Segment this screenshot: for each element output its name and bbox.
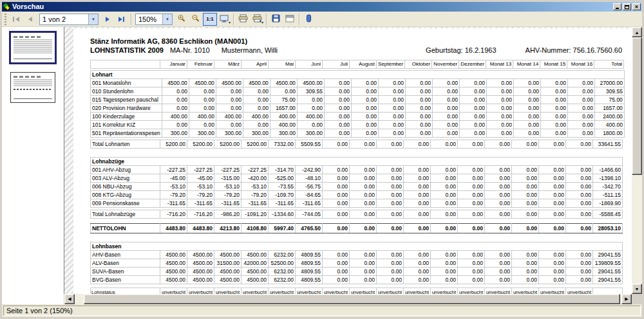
fit-window-button[interactable]: ▾ [217, 13, 231, 26]
value-cell: unverbucht [323, 288, 350, 295]
nettolohn-row: NETTOLOHN4483.804483.804213.804108.80599… [90, 223, 623, 233]
value-cell: 0.00 [405, 87, 432, 96]
value-cell: 400.00 [243, 113, 270, 121]
first-page-button[interactable] [9, 13, 23, 26]
value-cell: 4500.00 [297, 79, 324, 87]
prev-page-button[interactable] [23, 13, 37, 26]
print-options-button[interactable]: ▾ [250, 13, 264, 26]
vertical-scrollbar[interactable]: ▲ ▼ [632, 27, 642, 294]
value-cell: April [242, 60, 269, 69]
row-label: AHV-Basen [91, 251, 160, 259]
page-thumbnail-2[interactable] [10, 72, 55, 103]
report-title: LOHNSTATISTIK 2009 [90, 46, 164, 54]
value-cell: 0.00 [567, 121, 594, 129]
minimize-icon [616, 8, 619, 9]
value-cell: 0.00 [377, 166, 404, 174]
value-cell: 0.00 [485, 140, 512, 149]
value-cell: 0.00 [216, 87, 243, 96]
chevron-down-icon[interactable]: ▼ [162, 14, 172, 24]
value-cell: 0.00 [540, 129, 567, 138]
value-cell: 4500.00 [160, 259, 187, 268]
actual-size-button[interactable]: 1:1 [203, 13, 217, 26]
zoom-out-button[interactable] [189, 13, 203, 26]
value-cell: 6232.00 [269, 268, 296, 276]
value-cell: 0.00 [377, 191, 404, 199]
value-cell: 0.00 [458, 183, 485, 191]
value-cell: 0.00 [512, 191, 539, 199]
value-cell: 0.00 [540, 121, 567, 129]
prev-page-icon [27, 14, 33, 25]
last-page-button[interactable] [115, 13, 129, 26]
toolbar-grip[interactable] [5, 14, 6, 25]
close-button[interactable]: ✕ [632, 3, 641, 10]
row-label: Total Lohnabzüge [91, 210, 160, 219]
row-label [91, 60, 160, 69]
maximize-button[interactable] [623, 3, 631, 10]
page-select-value: 1 von 2 [40, 14, 88, 24]
value-cell: 29041.55 [593, 251, 623, 259]
value-cell: -79.20 [242, 191, 269, 199]
preview-window: Vorschau ✕ 1 von 2 ▼ 150% ▼ 1:1 ▾ ▾ [0, 0, 644, 319]
vertical-scroll-track[interactable] [632, 37, 642, 284]
value-cell: 0.00 [351, 113, 378, 121]
title-bar: Vorschau ✕ [2, 2, 642, 12]
value-cell: unverbucht [242, 288, 269, 295]
save-button[interactable] [269, 13, 283, 26]
row-label: 009 Pensionskasse [91, 199, 160, 208]
dropdown-menu-icon: ▾ [229, 21, 231, 24]
row-label: 001 Monatslohn [91, 79, 162, 87]
value-cell: 0.00 [539, 251, 566, 259]
value-cell: 0.00 [431, 259, 458, 268]
value-cell: 0.00 [351, 104, 378, 113]
chevron-down-icon[interactable]: ▼ [88, 14, 98, 24]
print-button[interactable] [236, 13, 250, 26]
preview-area: Stänz Informatik AG, 8360 Eschlikon (MAN… [64, 27, 632, 294]
value-cell: 0.00 [567, 104, 594, 113]
value-cell: 0.00 [323, 174, 350, 183]
section-lohnabzuege: Lohnabzüge001 AHV-Abzug-227.25-227.25-22… [90, 157, 623, 208]
value-cell: unverbucht [296, 288, 323, 295]
value-cell: -986.20 [214, 210, 242, 219]
horizontal-scroll-thumb[interactable] [84, 294, 620, 304]
value-cell: 0.00 [351, 96, 378, 104]
dropdown-menu-icon: ▾ [261, 21, 263, 24]
value-cell: -45.00 [160, 174, 187, 183]
horizontal-scroll-track[interactable] [75, 294, 621, 304]
row-label: 100 Kinderzulage [91, 113, 162, 121]
value-cell: Monat 13 [486, 60, 513, 69]
scroll-right-button[interactable]: ▶ [621, 294, 632, 304]
value-cell: 0.00 [404, 224, 431, 233]
value-cell: 4500.00 [187, 268, 214, 276]
scroll-left-button[interactable]: ◀ [64, 294, 75, 304]
value-cell: 0.00 [566, 259, 593, 268]
export-button[interactable] [283, 13, 297, 26]
value-cell: 0.00 [243, 121, 270, 129]
vertical-scroll-thumb[interactable] [632, 37, 642, 175]
value-cell: 0.00 [432, 129, 459, 138]
exit-button[interactable] [301, 13, 316, 26]
page-thumbnail-1[interactable] [10, 32, 55, 63]
value-cell: 4809.55 [296, 251, 323, 259]
value-cell: 0.00 [485, 224, 512, 233]
value-cell: 0.00 [378, 96, 405, 104]
zoom-select[interactable]: 150% ▼ [135, 14, 173, 25]
page-select[interactable]: 1 von 2 ▼ [39, 14, 99, 25]
value-cell: 0.00 [539, 140, 566, 149]
scroll-down-button[interactable]: ▼ [632, 284, 642, 294]
value-cell: 0.00 [405, 113, 432, 121]
total-lohnart: Total Lohnarten5200.005200.005200.005200… [90, 140, 623, 149]
value-cell: September [377, 60, 405, 69]
value-cell: 0.00 [539, 191, 566, 199]
value-cell: -1334.60 [269, 210, 296, 219]
next-page-button[interactable] [100, 13, 115, 26]
minimize-button[interactable] [613, 3, 621, 10]
value-cell: 0.00 [270, 87, 297, 96]
zoom-in-button[interactable] [175, 13, 189, 26]
scroll-up-button[interactable]: ▲ [632, 27, 642, 37]
row-label: ALV-Basen [91, 259, 160, 268]
value-cell: 0.00 [485, 210, 512, 219]
value-cell: 0.00 [350, 224, 377, 233]
value-cell: 0.00 [431, 166, 458, 174]
value-cell: 0.00 [486, 87, 513, 96]
value-cell: 0.00 [377, 251, 404, 259]
